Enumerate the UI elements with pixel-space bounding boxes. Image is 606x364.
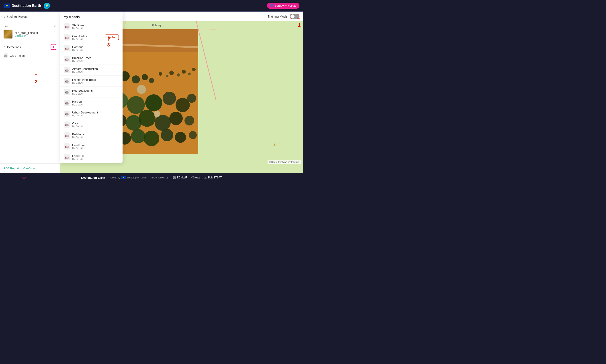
detection-item: 🤖 Crop Fields xyxy=(4,52,56,59)
model-item-urban-development[interactable]: 🤖 Urban Development By GeoAI xyxy=(60,108,123,119)
svg-point-38 xyxy=(169,71,174,75)
model-info-buildings: Buildings By GeoAI xyxy=(72,133,119,139)
model-icon-harbour-1: 🤖 xyxy=(64,45,70,52)
training-mode-label: Training Mode xyxy=(268,15,287,18)
detection-icon: 🤖 xyxy=(4,53,8,58)
model-by-harbour-2: By GeoAI xyxy=(72,103,119,106)
svg-point-22 xyxy=(138,110,155,127)
model-icon-red-sea-debris: 🤖 xyxy=(64,89,70,95)
file-section: File ⇄ nile_crop_fields.tif Georaster xyxy=(0,22,60,41)
ai-detections-label: AI Detections xyxy=(4,45,21,49)
svg-point-37 xyxy=(166,75,168,78)
globe-icon: 🌍 xyxy=(44,3,50,9)
svg-point-12 xyxy=(149,78,154,83)
osm-credit: © OpenStreetMap contributors. xyxy=(268,160,301,164)
svg-point-34 xyxy=(154,111,160,117)
file-source: Georaster xyxy=(15,35,38,37)
app-logo: ★ Destination Earth xyxy=(4,4,41,8)
user-button[interactable]: 👤 sergey@flypix.ai xyxy=(267,3,299,9)
model-icon-cars: 🤖 xyxy=(64,121,70,128)
training-mode-toggle[interactable] xyxy=(290,14,299,19)
svg-point-39 xyxy=(177,73,180,77)
model-name-harbour-1: Harbour xyxy=(72,45,119,49)
model-item-brazilian-trees[interactable]: 🤖 Brazilian Trees By GeoAI xyxy=(60,54,123,65)
model-icon-french-pine: 🤖 xyxy=(64,78,70,84)
model-item-buildings[interactable]: 🤖 Buildings By GeoAI xyxy=(60,130,123,141)
user-email: sergey@flypix.ai xyxy=(275,4,296,7)
model-info-harbour-2: Harbour By GeoAI xyxy=(72,100,119,106)
implemented-label: implemented by xyxy=(151,176,168,179)
model-icon-land-use-2: 🤖 xyxy=(64,154,70,160)
model-icon-brazilian-trees: 🤖 xyxy=(64,56,70,62)
svg-point-42 xyxy=(192,68,196,71)
model-by-land-use-1: By GeoAI xyxy=(72,147,119,150)
svg-point-31 xyxy=(175,132,186,143)
svg-point-36 xyxy=(159,72,162,76)
ai-header: AI Detections + xyxy=(4,44,56,50)
geojson-link[interactable]: GeoJson xyxy=(23,167,35,170)
file-thumbnail xyxy=(4,30,13,39)
model-name-land-use-1: Land Use xyxy=(72,143,119,147)
model-by-urban-development: By GeoAI xyxy=(72,114,119,117)
svg-point-25 xyxy=(184,116,194,126)
svg-point-41 xyxy=(188,73,191,75)
partner-eumetsat: ☁ EUMETSAT xyxy=(204,176,222,179)
svg-point-16 xyxy=(163,92,176,105)
bottom-bar: ∞ Destination Earth Funded by ★ the Euro… xyxy=(0,173,303,182)
eu-flag-bottom: ★ xyxy=(121,176,126,179)
model-icon-urban-development: 🤖 xyxy=(64,111,70,117)
svg-point-46 xyxy=(192,176,194,179)
model-name-crop-fields: Crop Fields xyxy=(72,35,105,38)
model-by-crop-fields: By GeoAI xyxy=(72,38,105,40)
top-navigation: ★ Destination Earth 🌍 👤 sergey@flypix.ai xyxy=(0,0,303,12)
dropdown-header: My Models xyxy=(60,12,123,21)
back-to-project-link[interactable]: Back to Project xyxy=(6,15,28,18)
svg-point-11 xyxy=(142,74,148,80)
svg-point-40 xyxy=(182,70,186,74)
eu-label: the European Union xyxy=(127,176,147,179)
model-name-airport-construction: Airport Construction xyxy=(72,67,119,71)
model-info-brazilian-trees: Brazilian Trees By GeoAI xyxy=(72,56,119,62)
model-name-stadiums: Stadiums xyxy=(72,24,119,27)
model-by-land-use-2: By GeoAI xyxy=(72,158,119,160)
model-by-red-sea-debris: By GeoAI xyxy=(72,92,119,95)
eu-flag-icon: ★ xyxy=(4,4,10,8)
app-title: Destination Earth xyxy=(12,4,41,8)
model-info-cars: Cars By GeoAI xyxy=(72,122,119,128)
svg-point-29 xyxy=(144,130,159,146)
model-item-land-use-1[interactable]: 🤖 Land Use By GeoAI xyxy=(60,141,123,152)
model-icon-harbour-2: 🤖 xyxy=(64,100,70,106)
model-name-harbour-2: Harbour xyxy=(72,100,119,103)
model-item-red-sea-debris[interactable]: 🤖 Red Sea Debris By GeoAI xyxy=(60,87,123,97)
sidebar-footer: PDF Report GeoJson xyxy=(0,163,60,173)
applied-badge: Applied xyxy=(105,35,119,40)
model-by-airport-construction: By GeoAI xyxy=(72,71,119,73)
swap-icon[interactable]: ⇄ xyxy=(54,25,56,28)
sidebar-header: ‹ Back to Project xyxy=(0,12,60,22)
model-item-cars[interactable]: 🤖 Cars By GeoAI xyxy=(60,119,123,130)
map-label-altayiq: Al Tayiq xyxy=(152,24,161,27)
add-detection-button[interactable]: + xyxy=(51,44,56,50)
file-name: nile_crop_fields.tif xyxy=(15,31,38,35)
sidebar: ‹ Back to Project File ⇄ nile_crop_field… xyxy=(0,12,60,173)
toggle-knob xyxy=(290,14,295,18)
funded-label: Funded by xyxy=(110,176,120,179)
partner-ecmwf: ECMWF xyxy=(173,176,187,179)
model-item-land-use-2[interactable]: 🤖 Land Use By GeoAI xyxy=(60,152,123,163)
model-item-stadiums[interactable]: 🤖 Stadiums By GeoAI xyxy=(60,21,123,32)
model-item-harbour-1[interactable]: 🤖 Harbour By GeoAI xyxy=(60,43,123,54)
model-item-french-pine[interactable]: 🤖 French Pine Trees By GeoAI xyxy=(60,76,123,87)
model-by-cars: By GeoAI xyxy=(72,125,119,128)
pdf-report-link[interactable]: PDF Report xyxy=(4,167,19,170)
model-name-brazilian-trees: Brazilian Trees xyxy=(72,56,119,60)
model-icon-buildings: 🤖 xyxy=(64,132,70,139)
funded-by-section: Funded by ★ the European Union xyxy=(110,176,147,179)
model-item-airport-construction[interactable]: 🤖 Airport Construction By GeoAI xyxy=(60,65,123,76)
model-item-harbour-2[interactable]: 🤖 Harbour By GeoAI xyxy=(60,97,123,108)
detection-name: Crop Fields xyxy=(10,54,25,57)
model-item-crop-fields[interactable]: 🤖 Crop Fields By GeoAI Applied xyxy=(60,32,123,43)
model-name-urban-development: Urban Development xyxy=(72,111,119,114)
back-arrow-icon[interactable]: ‹ xyxy=(4,15,5,19)
model-by-stadiums: By GeoAI xyxy=(72,27,119,30)
model-info-land-use-1: Land Use By GeoAI xyxy=(72,143,119,150)
